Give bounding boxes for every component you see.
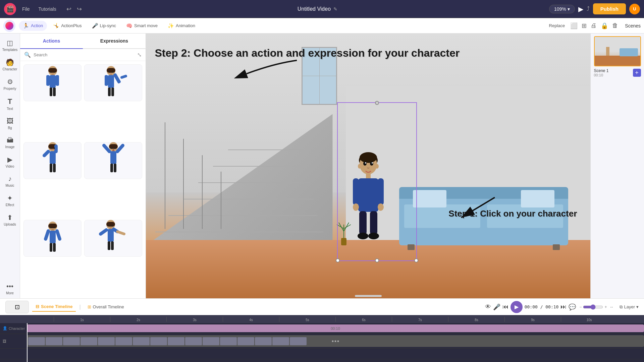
- zoom-minus-icon[interactable]: −: [579, 305, 582, 309]
- bg-thumb-14: [255, 337, 272, 345]
- edit-title-icon[interactable]: ✎: [333, 6, 337, 12]
- svg-line-53: [117, 232, 124, 234]
- publish-button[interactable]: Publish: [593, 3, 626, 14]
- action-card-1[interactable]: [23, 64, 82, 101]
- split-view-icon[interactable]: ⬜: [570, 21, 578, 30]
- time-display: 00:00 / 00:10: [525, 304, 559, 309]
- replace-label: Replace: [549, 23, 565, 28]
- action-figure-5: [41, 222, 64, 255]
- action-card-4[interactable]: [84, 142, 142, 179]
- track-options-icon[interactable]: [332, 340, 339, 342]
- sidebar-item-effect[interactable]: ✦ Effect: [1, 191, 19, 209]
- caption-button[interactable]: 💬: [569, 303, 576, 311]
- expand-icon[interactable]: ⤡: [137, 52, 142, 58]
- svg-point-72: [378, 203, 384, 211]
- tab-actionplus[interactable]: 🤸 ActionPlus: [49, 21, 86, 31]
- text-icon: T: [8, 97, 12, 106]
- svg-point-18: [112, 71, 113, 73]
- svg-point-38: [112, 149, 114, 151]
- expand-timeline-icon[interactable]: ↔: [609, 305, 613, 309]
- svg-point-65: [358, 164, 361, 169]
- sidebar-item-image[interactable]: 🏔 Image: [1, 134, 19, 152]
- scene-1-thumbnail[interactable]: [594, 36, 641, 66]
- timeline-icon-button[interactable]: ⊡: [5, 301, 29, 313]
- more-label: More: [6, 291, 14, 295]
- scene-1-duration: 00:10: [594, 73, 609, 77]
- mic-button[interactable]: 🎤: [493, 303, 500, 311]
- action-card-5[interactable]: [23, 220, 82, 257]
- skip-back-button[interactable]: ⏮: [502, 303, 508, 310]
- action-figure-4: [100, 142, 127, 179]
- scene-timeline-icon: ⊟: [36, 304, 39, 309]
- character-track-content[interactable]: 00:10: [27, 323, 644, 334]
- search-input[interactable]: [34, 52, 135, 57]
- sidebar-item-property[interactable]: ⚙ Property: [1, 75, 19, 93]
- zoom-slider[interactable]: [583, 304, 603, 310]
- title-area: Untitled Video ✎: [89, 6, 546, 12]
- bg-thumb-2: [46, 337, 62, 345]
- replace-button[interactable]: Replace: [549, 23, 565, 28]
- timeline-area: ⊡ ⊟ Scene Timeline | ⊞ Overall Timeline …: [0, 298, 644, 362]
- playhead[interactable]: [27, 323, 28, 362]
- add-scene-button[interactable]: +: [633, 69, 641, 77]
- empty-track: [0, 349, 644, 359]
- svg-rect-44: [50, 243, 52, 252]
- svg-point-46: [50, 227, 52, 228]
- tab-overall-timeline[interactable]: ⊞ Overall Timeline: [84, 302, 127, 311]
- preview-play-button[interactable]: ▶: [578, 5, 583, 13]
- action-card-6[interactable]: [84, 220, 142, 257]
- eye-visibility-button[interactable]: 👁: [485, 303, 491, 310]
- scenes-label: Scenes: [625, 23, 641, 28]
- skip-forward-button[interactable]: ⏭: [560, 303, 567, 310]
- tab-animation[interactable]: ✨ Animation: [164, 21, 199, 31]
- redo-button[interactable]: ↪: [75, 5, 84, 13]
- action-card-2[interactable]: [84, 64, 142, 101]
- sidebar-item-video[interactable]: ▶ Video: [1, 153, 19, 171]
- bg-thumb-16: [290, 337, 307, 345]
- sidebar-item-uploads[interactable]: ⬆ Uploads: [1, 211, 19, 229]
- grid-icon[interactable]: ⊞: [581, 21, 587, 30]
- layer-button[interactable]: ⧉ Layer ▾: [620, 304, 639, 310]
- tab-smartmove[interactable]: 🧠 Smart move: [122, 21, 162, 31]
- text-label: Text: [7, 107, 13, 111]
- lock-icon[interactable]: 🔒: [600, 21, 609, 30]
- scene-character[interactable]: [348, 150, 388, 245]
- sidebar-item-more[interactable]: ••• More: [1, 280, 19, 298]
- layer-label: Layer: [624, 304, 635, 309]
- file-menu[interactable]: File: [19, 5, 33, 13]
- templates-label: Templates: [2, 48, 18, 52]
- tab-expressions[interactable]: Expressions: [83, 34, 146, 48]
- video-icon: ▶: [7, 156, 12, 164]
- bg-thumb-11: [203, 337, 219, 345]
- svg-rect-41: [50, 231, 56, 243]
- avatar[interactable]: U: [629, 4, 640, 14]
- delete-icon[interactable]: 🗑: [611, 21, 619, 30]
- bg-thumb-5: [98, 337, 115, 345]
- zoom-control[interactable]: 109% ▾: [549, 5, 575, 13]
- undo-button[interactable]: ↩: [64, 5, 73, 13]
- scroll-indicator[interactable]: [355, 295, 382, 297]
- share-button[interactable]: ⤴: [587, 5, 590, 12]
- sidebar-item-character[interactable]: 🧑 Character: [1, 56, 19, 74]
- actionplus-tab-label: ActionPlus: [61, 23, 82, 28]
- tutorials-menu[interactable]: Tutorials: [36, 5, 59, 13]
- svg-line-42: [46, 231, 48, 239]
- play-pause-button[interactable]: ▶: [511, 301, 523, 313]
- bg-track-bar[interactable]: [27, 335, 644, 347]
- tab-lipsync[interactable]: 🎤 Lip-sync: [88, 21, 120, 31]
- action-card-3[interactable]: [23, 142, 82, 179]
- sidebar-item-text[interactable]: T Text: [1, 95, 19, 113]
- svg-rect-73: [359, 211, 367, 235]
- bg-track-content[interactable]: [27, 334, 644, 348]
- character-label: Character: [3, 67, 17, 71]
- print-icon[interactable]: 🖨: [590, 21, 597, 30]
- svg-rect-35: [114, 164, 116, 172]
- sidebar-item-music[interactable]: ♪ Music: [1, 172, 19, 190]
- sidebar-item-templates[interactable]: ◫ Templates: [1, 36, 19, 54]
- tab-actions[interactable]: Actions: [20, 34, 83, 49]
- zoom-plus-icon[interactable]: +: [604, 305, 607, 309]
- sidebar-item-bg[interactable]: 🖼 Bg: [1, 115, 19, 132]
- tab-scene-timeline[interactable]: ⊟ Scene Timeline: [32, 302, 76, 312]
- tab-action[interactable]: 🏃 Action: [19, 21, 47, 31]
- bg-thumb-7: [133, 337, 150, 345]
